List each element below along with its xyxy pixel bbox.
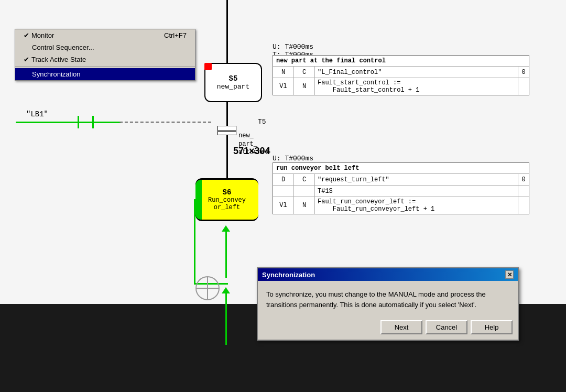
help-button[interactable]: Help	[471, 320, 513, 334]
menu-separator	[15, 67, 195, 67]
action-bottom-row-3: Vl N Fault_run_conveyor_left := Fault_ru…	[273, 197, 529, 214]
arrow-up-2	[225, 292, 227, 345]
action-box-top: new part at the final control N C "L_Fin…	[273, 55, 529, 95]
action-box-bottom: run conveyor belt left D C "request_turn…	[273, 162, 529, 214]
sync-dialog-buttons: Next Cancel Help	[258, 316, 518, 340]
dashed-h	[119, 122, 211, 123]
context-menu: ✔ Monitor Ctrl+F7 Control Sequencer... ✔…	[15, 29, 195, 81]
sync-dialog-title: Synchronization ✕	[258, 268, 518, 281]
v-line-green-s6	[194, 199, 195, 283]
state-s6: S6 Run_convey or_left	[195, 178, 258, 221]
menu-item-track-active[interactable]: ✔ Track Active State	[15, 53, 195, 66]
h-line-left	[16, 122, 121, 123]
lb1-label: "LB1"	[26, 110, 48, 118]
action-bottom-row-1: D C "request_turn_left" 0	[273, 174, 529, 186]
sync-dialog-body: To synchronize, you must change to the M…	[258, 281, 518, 316]
v-connector-top	[226, 0, 228, 64]
transition-t5-label: T5	[258, 118, 266, 126]
sync-dialog-close-button[interactable]: ✕	[505, 270, 514, 279]
s6-yellow-side	[252, 180, 258, 220]
state-s5: S5 new_part	[204, 63, 262, 102]
contact-right	[92, 116, 94, 128]
next-button[interactable]: Next	[380, 320, 422, 334]
s6-green-side	[195, 180, 202, 220]
s5-red-indicator	[204, 63, 212, 70]
action-row-1: N C "L_Final_control" 0	[273, 67, 529, 78]
monitor-check: ✔	[24, 31, 29, 39]
menu-item-control-sequencer[interactable]: Control Sequencer...	[15, 41, 195, 53]
size-annotation: 571×304	[233, 146, 270, 157]
v-connector-t5-s6	[226, 135, 228, 180]
transition-line-t5	[217, 130, 236, 132]
sync-dialog: Synchronization ✕ To synchronize, you mu…	[257, 267, 519, 341]
menu-item-synchronization[interactable]: Synchronization	[15, 68, 195, 80]
arrow-up-1	[225, 231, 227, 278]
track-check: ✔	[24, 56, 29, 63]
action-bottom-row-2: T#1S	[273, 186, 529, 197]
crosshair	[192, 273, 223, 304]
action-row-2: Vl N Fault_start_control := Fault_start_…	[273, 78, 529, 95]
contact-left	[78, 116, 79, 128]
cancel-button[interactable]: Cancel	[426, 320, 467, 334]
menu-item-monitor[interactable]: ✔ Monitor Ctrl+F7	[15, 29, 195, 41]
